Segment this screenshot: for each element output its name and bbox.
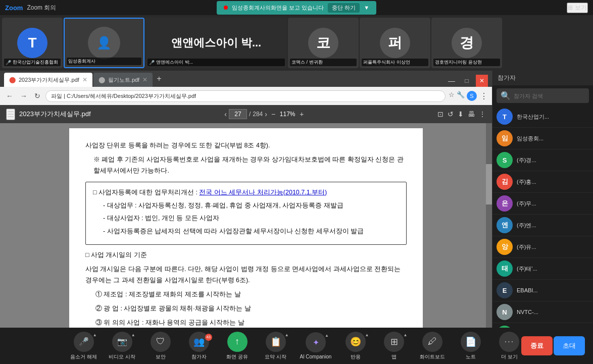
download-btn[interactable]: ⬇ bbox=[458, 110, 464, 118]
list-item[interactable]: 김 (주)홍... bbox=[492, 171, 593, 193]
participant-label-5: 경호엔지니어링 윤상현 bbox=[433, 59, 500, 66]
search-box[interactable]: 🔍 bbox=[497, 88, 589, 103]
rotate-btn[interactable]: ↺ bbox=[448, 110, 454, 118]
record-icon: 📋 bbox=[270, 336, 281, 347]
pdf-content[interactable]: 사업장 단위로 등록을 하려는 경우에도 또한 같다(부법 8조 4항). ※ … bbox=[0, 123, 492, 328]
participant-tile-3[interactable]: 코 코맥스 / 변귀환 bbox=[288, 18, 359, 68]
avatar: 은 bbox=[497, 195, 513, 212]
next-page-btn[interactable]: › bbox=[265, 110, 267, 118]
tab-pdf-main[interactable]: ⬤ 2023부가가치세실무.pdf ✕ bbox=[4, 73, 92, 87]
tab-notes[interactable]: ⬤ 필기노트.pdf ✕ bbox=[93, 73, 153, 87]
participant-avatar-3: 코 bbox=[308, 28, 338, 58]
record-caret[interactable]: ▲ bbox=[285, 333, 289, 337]
pdf-scroll-thumb[interactable] bbox=[486, 164, 492, 204]
zoom-out-btn[interactable]: − bbox=[271, 110, 275, 118]
end-meeting-btn[interactable]: 종료 bbox=[521, 336, 553, 355]
mute-btn[interactable]: 🎤 ▲ 음소거 해제 bbox=[70, 332, 98, 360]
pdf-page: 사업장 단위로 등록을 하려는 경우에도 또한 같다(부법 8조 4항). ※ … bbox=[69, 128, 423, 328]
record-btn[interactable]: 📋 ▲ 요약 시작 bbox=[262, 332, 290, 360]
stop-recording-btn[interactable]: 중단 하기 bbox=[328, 3, 360, 13]
forward-btn[interactable]: → bbox=[18, 91, 29, 101]
maximize-btn[interactable]: □ bbox=[461, 75, 473, 87]
list-item[interactable]: 태 (주)태'... bbox=[492, 258, 593, 280]
security-label: 보안 bbox=[156, 353, 166, 360]
invite-btn[interactable]: 초대 bbox=[554, 336, 585, 355]
active-speaker-tile[interactable]: 앤앤에스아이 박... 🎤 앤앤에스아이 박... bbox=[145, 18, 287, 68]
browser-toolbar: ← → ↻ 파일 | C:/Users/헤서헤유/Desktop/2023부가가… bbox=[0, 87, 492, 105]
video-caret[interactable]: ▲ bbox=[131, 333, 135, 337]
bookmark-icon[interactable]: ☆ bbox=[449, 91, 455, 101]
participant-tile-t[interactable]: T 🎤 한국산업기술진흥협회 bbox=[2, 18, 63, 68]
microphone-icon: 🎤 bbox=[79, 337, 89, 346]
list-item[interactable]: W Winne... bbox=[492, 323, 593, 328]
security-btn[interactable]: 🛡 보안 bbox=[146, 332, 175, 360]
meeting-title: Zoom 회의 bbox=[27, 4, 56, 12]
top-bar: Zoom Zoom 회의 임성종회계사의화면을 보고 있습니다 중단 하기 ▼ … bbox=[0, 0, 593, 15]
browser-more-btn[interactable]: ⋮ bbox=[480, 91, 488, 101]
avatar: 엔 bbox=[497, 217, 513, 233]
pdf-intro: 사업장 단위로 등록을 하려는 경우에도 또한 같다(부법 8조 4항). bbox=[85, 140, 407, 151]
participant-tile-5[interactable]: 경 경호엔지니어링 윤상현 bbox=[431, 18, 502, 68]
tab-close-notes[interactable]: ✕ bbox=[142, 76, 147, 83]
avatar: S bbox=[497, 152, 513, 168]
zoom-in-btn[interactable]: + bbox=[300, 110, 304, 118]
close-btn[interactable]: ✕ bbox=[476, 75, 488, 87]
participants-btn[interactable]: 👥 43 참가자 bbox=[185, 332, 213, 360]
more-dots-icon: ··· bbox=[505, 337, 514, 346]
sidebar-title: 참가자 bbox=[498, 74, 516, 82]
whiteboard-btn[interactable]: 🖊 화이트보드 bbox=[418, 332, 447, 360]
mute-caret[interactable]: ▲ bbox=[93, 333, 97, 337]
share-screen-btn[interactable]: ↑ 화면 공유 bbox=[223, 332, 252, 360]
participants-sidebar: 참가자 🔍 T 한국산업기... 임 임성종회... S (주)경... 김 (… bbox=[492, 71, 593, 328]
participant-tile-video[interactable]: 👤 임성종회계사 bbox=[64, 18, 144, 68]
apps-caret[interactable]: ▲ bbox=[403, 333, 407, 337]
address-bar[interactable]: 파일 | C:/Users/헤서헤유/Desktop/2023부가가치세실무.p… bbox=[45, 90, 446, 102]
apps-btn[interactable]: ⊞ ▲ 앱 bbox=[380, 332, 408, 360]
new-tab-button[interactable]: + bbox=[154, 74, 164, 83]
pdf-scrollbar[interactable] bbox=[486, 123, 492, 328]
list-item[interactable]: 앙 (주)유... bbox=[492, 236, 593, 258]
list-item[interactable]: E EBABI... bbox=[492, 280, 593, 301]
pdf-more-btn[interactable]: ⋮ bbox=[479, 110, 486, 118]
participant-label-3: 코맥스 / 변귀환 bbox=[290, 59, 357, 66]
print-btn[interactable]: 🖶 bbox=[468, 110, 475, 118]
pdf-box: □ 사업자등록에 대한 업무처리개선 : 전국 어느 세무서나 처리가능(201… bbox=[85, 182, 407, 245]
list-item[interactable]: 엔 (주)엔... bbox=[492, 215, 593, 236]
more-icon-circle: ··· bbox=[499, 332, 519, 352]
page-input[interactable]: 27 bbox=[229, 109, 247, 119]
minimize-btn[interactable]: — bbox=[446, 75, 458, 87]
pdf-menu-btn[interactable]: ☰ bbox=[6, 109, 15, 120]
video-label: 비디오 시작 bbox=[109, 353, 135, 360]
search-input[interactable] bbox=[514, 93, 585, 99]
zoom-logo: Zoom bbox=[5, 4, 23, 12]
main-area: ⬤ 2023부가가치세실무.pdf ✕ ⬤ 필기노트.pdf ✕ + — □ ✕… bbox=[0, 71, 593, 328]
record-icon-circle: 📋 bbox=[266, 332, 286, 352]
video-btn[interactable]: 📷 ▲ 비디오 시작 bbox=[108, 332, 136, 360]
mute-icon-circle: 🎤 bbox=[74, 332, 94, 352]
list-item[interactable]: S (주)경... bbox=[492, 149, 593, 171]
list-item[interactable]: 은 (주)무... bbox=[492, 193, 593, 215]
more-btn[interactable]: ··· 더 보기 bbox=[495, 332, 523, 360]
ai-caret[interactable]: ▲ bbox=[325, 333, 329, 338]
ai-companion-btn[interactable]: ✦ ▲ Al Companion bbox=[300, 332, 332, 359]
list-item[interactable]: T 한국산업기... bbox=[492, 106, 593, 128]
tab-close-main[interactable]: ✕ bbox=[82, 76, 87, 83]
back-btn[interactable]: ← bbox=[4, 91, 15, 101]
reaction-caret[interactable]: ▲ bbox=[365, 333, 369, 337]
recording-caret[interactable]: ▼ bbox=[364, 5, 369, 11]
list-item[interactable]: N NVTC-... bbox=[492, 301, 593, 323]
list-item[interactable]: 임 임성종회... bbox=[492, 128, 593, 149]
prev-page-btn[interactable]: ‹ bbox=[224, 110, 227, 118]
profile-icon[interactable]: S bbox=[467, 91, 477, 101]
view-button[interactable]: ⊞ 보기 bbox=[567, 3, 588, 13]
shield-icon: 🛡 bbox=[156, 336, 165, 347]
reaction-btn[interactable]: 😊 ▲ 반응 bbox=[341, 332, 370, 360]
participant-list: T 한국산업기... 임 임성종회... S (주)경... 김 (주)홍...… bbox=[492, 106, 593, 328]
participant-tile-4[interactable]: 퍼 퍼플특주식회사 이상언 bbox=[360, 18, 430, 68]
fit-page-btn[interactable]: ⊡ bbox=[437, 110, 443, 118]
notes-btn[interactable]: 📄 노트 bbox=[457, 332, 485, 360]
extension-icon[interactable]: 🔧 bbox=[457, 91, 465, 101]
ai-companion-label: Al Companion bbox=[300, 354, 332, 359]
participant-label-active: 🎤 앤앤에스아이 박... bbox=[147, 59, 285, 66]
reload-btn[interactable]: ↻ bbox=[32, 91, 42, 101]
